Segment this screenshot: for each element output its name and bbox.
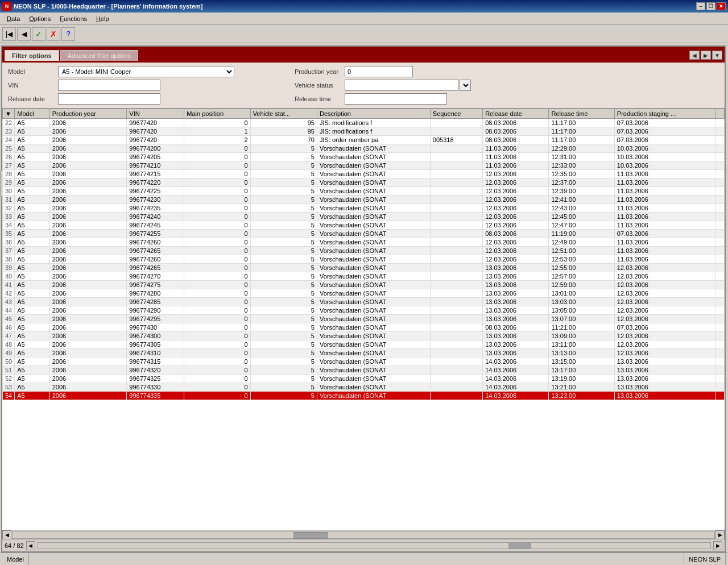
h-scrollbar-thumb[interactable]	[293, 532, 328, 539]
page-scroll-right[interactable]: ▶	[713, 541, 722, 550]
status-app: NEON SLP	[684, 553, 726, 565]
table-row[interactable]: 40A5200699677427005Vorschaudaten (SONAT1…	[3, 272, 725, 281]
release-date-input[interactable]	[58, 93, 160, 105]
app-icon: N	[2, 2, 11, 11]
table-row[interactable]: 54A5200699677433505Vorschaudaten (SONAT1…	[3, 392, 725, 400]
title-bar: N NEON SLP - 1/000-Headquarter - [Planne…	[0, 0, 728, 13]
scroll-left-button[interactable]: ◀	[2, 530, 11, 539]
col-main-pos[interactable]: Main position	[184, 109, 250, 119]
data-table: ▼ Model Production year VIN Main positio…	[2, 109, 725, 400]
col-vin[interactable]: VIN	[127, 109, 184, 119]
table-row[interactable]: 52A5200699677432505Vorschaudaten (SONAT1…	[3, 375, 725, 383]
vin-label: VIN	[8, 82, 53, 89]
pagination-bar: 64 / 82 ◀ ▶	[2, 539, 725, 551]
tab-advanced-filter[interactable]: Advanced filter options	[60, 50, 138, 61]
cancel-button[interactable]: ✗	[47, 27, 60, 41]
col-release-time[interactable]: Release time	[549, 109, 614, 119]
status-middle	[29, 553, 684, 565]
menu-data[interactable]: Data	[2, 14, 24, 23]
release-date-label: Release date	[8, 95, 53, 102]
first-record-button[interactable]: |◀	[2, 27, 16, 41]
prev-record-button[interactable]: ◀	[17, 27, 31, 41]
table-row[interactable]: 24A5200699677420270JIS: order number pa0…	[3, 136, 725, 144]
table-row[interactable]: 44A5200699677429005Vorschaudaten (SONAT1…	[3, 306, 725, 315]
scroll-right-button[interactable]: ▶	[715, 530, 725, 539]
table-row[interactable]: 34A5200699677424505Vorschaudaten (SONAT1…	[3, 221, 725, 230]
status-bar: Model NEON SLP	[0, 552, 728, 565]
table-row[interactable]: 27A5200699677421005Vorschaudaten (SONAT1…	[3, 161, 725, 170]
col-vehicle-stat[interactable]: Vehicle stat...	[250, 109, 317, 119]
table-row[interactable]: 50A5200699677431505Vorschaudaten (SONAT1…	[3, 358, 725, 366]
tab-filter-options[interactable]: Filter options	[5, 50, 59, 61]
close-button[interactable]: ✕	[717, 2, 726, 10]
col-release-date[interactable]: Release date	[483, 109, 549, 119]
minimize-button[interactable]: –	[696, 2, 705, 10]
horizontal-scrollbar[interactable]: ◀ ▶	[2, 530, 725, 539]
table-row[interactable]: 38A5200699677426005Vorschaudaten (SONAT1…	[3, 255, 725, 264]
menu-bar: Data Options Functions Help	[0, 13, 728, 25]
table-scroll-area[interactable]: ▼ Model Production year VIN Main positio…	[2, 109, 725, 530]
tab-menu-button[interactable]: ▼	[712, 51, 722, 60]
col-prod-staging[interactable]: Production staging ...	[614, 109, 715, 119]
col-prod-year[interactable]: Production year	[49, 109, 127, 119]
production-year-label: Production year	[295, 68, 340, 75]
table-row[interactable]: 22A5200699677420095JIS: modifications f0…	[3, 119, 725, 127]
h-scrollbar-track[interactable]	[12, 531, 715, 539]
page-info: 64 / 82	[5, 542, 24, 549]
model-label: Model	[8, 68, 53, 75]
table-row[interactable]: 35A5200699677425505Vorschaudaten (SONAT0…	[3, 230, 725, 238]
status-model: Model	[2, 553, 29, 565]
model-select[interactable]: A5 - Modell MINI Cooper	[58, 66, 234, 77]
table-row[interactable]: 26A5200699677420505Vorschaudaten (SONAT1…	[3, 153, 725, 161]
table-row[interactable]: 25A5200699677420005Vorschaudaten (SONAT1…	[3, 144, 725, 153]
table-row[interactable]: 30A5200699677422505Vorschaudaten (SONAT1…	[3, 187, 725, 196]
window-controls: – ❐ ✕	[696, 2, 726, 10]
table-row[interactable]: 37A5200699677426505Vorschaudaten (SONAT1…	[3, 247, 725, 255]
page-scrollbar-thumb[interactable]	[508, 543, 531, 549]
tab-navigation: ◀ ▶ ▼	[689, 51, 722, 60]
table-row[interactable]: 53A5200699677433005Vorschaudaten (SONAT1…	[3, 383, 725, 392]
table-row[interactable]: 49A5200699677431005Vorschaudaten (SONAT1…	[3, 349, 725, 358]
menu-functions[interactable]: Functions	[55, 14, 92, 23]
table-row[interactable]: 29A5200699677422005Vorschaudaten (SONAT1…	[3, 178, 725, 187]
menu-options[interactable]: Options	[24, 14, 55, 23]
production-year-input[interactable]	[345, 66, 413, 77]
toolbar: |◀ ◀ ✓ ✗ ?	[0, 25, 728, 43]
confirm-button[interactable]: ✓	[32, 27, 46, 41]
table-row[interactable]: 51A5200699677432005Vorschaudaten (SONAT1…	[3, 366, 725, 375]
restore-button[interactable]: ❐	[706, 2, 715, 10]
vehicle-status-select[interactable]	[460, 80, 471, 91]
help-button[interactable]: ?	[61, 27, 75, 41]
col-description[interactable]: Description	[317, 109, 430, 119]
col-extra	[715, 109, 725, 119]
tab-next-button[interactable]: ▶	[701, 51, 711, 60]
page-scrollbar-track[interactable]	[38, 542, 711, 549]
menu-help[interactable]: Help	[92, 14, 114, 23]
table-row[interactable]: 48A5200699677430505Vorschaudaten (SONAT1…	[3, 340, 725, 349]
table-row[interactable]: 41A5200699677427505Vorschaudaten (SONAT1…	[3, 281, 725, 289]
table-row[interactable]: 46A520069967743005Vorschaudaten (SONAT08…	[3, 323, 725, 332]
table-row[interactable]: 23A5200699677420195JIS: modifications f0…	[3, 127, 725, 136]
release-time-label: Release time	[295, 95, 340, 102]
table-row[interactable]: 42A5200699677428005Vorschaudaten (SONAT1…	[3, 289, 725, 298]
tab-prev-button[interactable]: ◀	[689, 51, 700, 60]
table-row[interactable]: 39A5200699677426505Vorschaudaten (SONAT1…	[3, 264, 725, 272]
table-row[interactable]: 47A5200699677430005Vorschaudaten (SONAT1…	[3, 332, 725, 340]
release-time-input[interactable]	[345, 93, 447, 105]
table-row[interactable]: 32A5200699677423505Vorschaudaten (SONAT1…	[3, 204, 725, 213]
filter-form: Model A5 - Modell MINI Cooper Production…	[2, 63, 725, 108]
vehicle-status-input[interactable]	[345, 80, 458, 91]
col-model[interactable]: Model	[15, 109, 49, 119]
table-row[interactable]: 28A5200699677421505Vorschaudaten (SONAT1…	[3, 170, 725, 178]
table-row[interactable]: 43A5200699677428505Vorschaudaten (SONAT1…	[3, 298, 725, 306]
page-scroll-left[interactable]: ◀	[26, 541, 35, 550]
window-title: NEON SLP - 1/000-Headquarter - [Planners…	[14, 3, 696, 10]
col-sequence[interactable]: Sequence	[430, 109, 482, 119]
table-row[interactable]: 36A5200699677426005Vorschaudaten (SONAT1…	[3, 238, 725, 247]
vehicle-status-label: Vehicle status	[295, 82, 340, 89]
table-row[interactable]: 45A5200699677429505Vorschaudaten (SONAT1…	[3, 315, 725, 323]
sort-icon-header[interactable]: ▼	[3, 109, 15, 119]
table-row[interactable]: 33A5200699677424005Vorschaudaten (SONAT1…	[3, 213, 725, 221]
table-row[interactable]: 31A5200699677423005Vorschaudaten (SONAT1…	[3, 196, 725, 204]
vin-input[interactable]	[58, 80, 160, 91]
